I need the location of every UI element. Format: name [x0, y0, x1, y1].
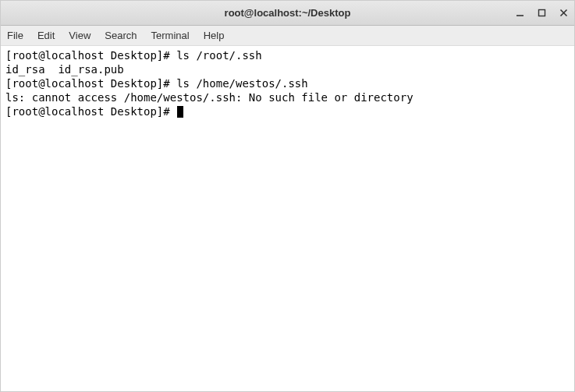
command-text: ls /root/.ssh — [176, 49, 262, 62]
menu-edit[interactable]: Edit — [37, 30, 55, 41]
prompt: [root@localhost Desktop]# — [5, 77, 176, 90]
terminal-line: ls: cannot access /home/westos/.ssh: No … — [5, 91, 570, 105]
maximize-button[interactable] — [535, 7, 548, 19]
window-title: root@localhost:~/Desktop — [225, 7, 351, 19]
output-text: id_rsa id_rsa.pub — [5, 63, 124, 76]
menu-help[interactable]: Help — [204, 30, 225, 41]
command-text: ls /home/westos/.ssh — [176, 77, 308, 90]
terminal-line: [root@localhost Desktop]# ls /root/.ssh — [5, 49, 570, 63]
output-text: ls: cannot access /home/westos/.ssh: No … — [5, 91, 414, 104]
maximize-icon — [538, 9, 546, 17]
close-icon — [559, 9, 568, 17]
titlebar: root@localhost:~/Desktop — [1, 1, 574, 26]
minimize-button[interactable] — [513, 7, 526, 19]
prompt: [root@localhost Desktop]# — [5, 49, 176, 62]
window-controls — [513, 7, 570, 19]
cursor-icon — [177, 106, 183, 118]
svg-rect-1 — [538, 10, 545, 16]
terminal-line: [root@localhost Desktop]# ls /home/westo… — [5, 77, 570, 91]
terminal-window: root@localhost:~/Desktop File Edit View … — [0, 0, 575, 392]
terminal-body[interactable]: [root@localhost Desktop]# ls /root/.sshi… — [1, 46, 574, 391]
minimize-icon — [516, 9, 524, 17]
menu-view[interactable]: View — [69, 30, 91, 41]
menubar: File Edit View Search Terminal Help — [1, 26, 574, 46]
menu-file[interactable]: File — [7, 30, 23, 41]
menu-search[interactable]: Search — [105, 30, 137, 41]
close-button[interactable] — [557, 7, 570, 19]
menu-terminal[interactable]: Terminal — [151, 30, 190, 41]
terminal-line: id_rsa id_rsa.pub — [5, 63, 570, 77]
prompt: [root@localhost Desktop]# — [5, 105, 176, 118]
terminal-line: [root@localhost Desktop]# — [5, 105, 570, 119]
